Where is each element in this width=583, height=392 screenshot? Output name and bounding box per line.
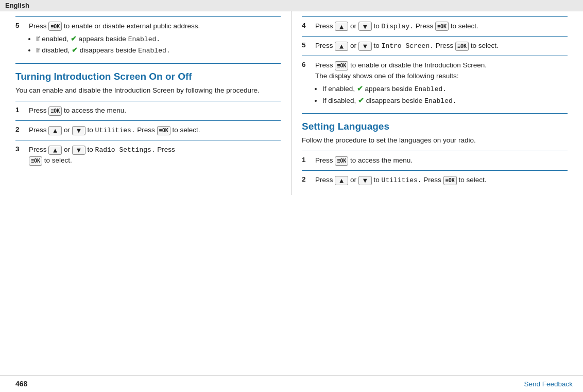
kbd-down-icon: ▼ bbox=[358, 42, 372, 51]
kbd-ok-icon: ≡OK bbox=[157, 126, 170, 135]
step-5-top: 5 Press ≡OK to enable or disable externa… bbox=[15, 16, 281, 61]
step-2-left: 2 Press ▲ or ▼ to Utilities. Press ≡OK t… bbox=[15, 120, 281, 140]
section-intro-text: You can enable and disable the Introduct… bbox=[15, 85, 281, 96]
check-icon: ✔ bbox=[71, 35, 77, 43]
step-6-right: 6 Press ≡OK to enable or disable the Int… bbox=[302, 56, 568, 111]
footer: 468 Send Feedback bbox=[0, 375, 583, 392]
step-num-4: 4 bbox=[302, 21, 311, 29]
step-content-1-rb: Press ≡OK to access the menu. bbox=[315, 155, 568, 166]
kbd-ok-icon: ≡OK bbox=[455, 42, 469, 51]
check-icon: ✔ bbox=[72, 46, 78, 54]
section-intro-languages: Follow the procedure to set the language… bbox=[302, 135, 568, 146]
section-heading-intro-screen: Turning Introduction Screen On or Off bbox=[15, 71, 281, 82]
step-num-2-rb: 2 bbox=[302, 175, 311, 183]
kbd-up-icon: ▲ bbox=[335, 176, 348, 185]
top-bar: English bbox=[0, 0, 583, 11]
list-item: If enabled, ✔ appears beside Enabled. bbox=[322, 84, 568, 95]
step-num-1-rb: 1 bbox=[302, 155, 311, 164]
list-item: If disabled, ✔ disappears beside Enabled… bbox=[322, 96, 568, 106]
kbd-down-icon: ▼ bbox=[72, 146, 85, 155]
kbd-up-icon: ▲ bbox=[335, 22, 348, 31]
step-content-6: Press ≡OK to enable or disable the Intro… bbox=[315, 60, 568, 107]
kbd-up-icon: ▲ bbox=[335, 42, 348, 51]
section-divider-right bbox=[302, 113, 568, 114]
section-heading-languages: Setting Languages bbox=[302, 121, 568, 132]
list-item: If disabled, ✔ disappears beside Enabled… bbox=[36, 45, 281, 56]
step-2-right-bottom: 2 Press ▲ or ▼ to Utilities. Press ≡OK t… bbox=[302, 170, 568, 190]
kbd-down-icon: ▼ bbox=[358, 176, 372, 185]
step-4-right: 4 Press ▲ or ▼ to Display. Press ≡OK to … bbox=[302, 16, 568, 36]
right-column: 4 Press ▲ or ▼ to Display. Press ≡OK to … bbox=[292, 11, 583, 195]
step-1-left: 1 Press ≡OK to access the menu. bbox=[15, 101, 281, 120]
list-item: If enabled, ✔ appears beside Enabled. bbox=[36, 34, 281, 45]
step-5-right: 5 Press ▲ or ▼ to Intro Screen. Press ≡O… bbox=[302, 36, 568, 56]
page-number: 468 bbox=[15, 380, 27, 388]
step-content-2: Press ▲ or ▼ to Utilities. Press ≡OK to … bbox=[29, 125, 281, 136]
text: to enable or disable external public add… bbox=[64, 22, 200, 30]
kbd-ok-icon: ≡OK bbox=[335, 156, 348, 166]
send-feedback-link[interactable]: Send Feedback bbox=[524, 380, 573, 388]
step-num-1: 1 bbox=[15, 105, 25, 114]
check-icon: ✔ bbox=[358, 97, 364, 104]
step-content-3: Press ▲ or ▼ to Radio Settings. Press ≡O… bbox=[29, 145, 281, 166]
step-content-4: Press ▲ or ▼ to Display. Press ≡OK to se… bbox=[315, 21, 568, 32]
left-column: 5 Press ≡OK to enable or disable externa… bbox=[0, 11, 292, 195]
kbd-ok-icon: ≡OK bbox=[48, 106, 62, 116]
step-num-5-top: 5 bbox=[15, 21, 25, 29]
step-num-3: 3 bbox=[15, 145, 25, 153]
kbd-down-icon: ▼ bbox=[358, 22, 372, 31]
kbd-ok-icon: ≡OK bbox=[48, 22, 62, 31]
kbd-ok-icon: ≡OK bbox=[29, 156, 42, 166]
bullet-list: If enabled, ✔ appears beside Enabled. If… bbox=[322, 84, 568, 106]
text: Press bbox=[29, 22, 48, 30]
check-icon: ✔ bbox=[357, 85, 363, 93]
step-3-left: 3 Press ▲ or ▼ to Radio Settings. Press … bbox=[15, 140, 281, 170]
step-num-6: 6 bbox=[302, 60, 311, 68]
kbd-up-icon: ▲ bbox=[48, 146, 62, 155]
step-content-1: Press ≡OK to access the menu. bbox=[29, 105, 281, 116]
kbd-up-icon: ▲ bbox=[48, 126, 62, 135]
kbd-ok-icon: ≡OK bbox=[335, 61, 348, 70]
step-1-right-bottom: 1 Press ≡OK to access the menu. bbox=[302, 151, 568, 170]
step-content-5-top: Press ≡OK to enable or disable external … bbox=[29, 21, 281, 57]
bullet-list: If enabled, ✔ appears beside Enabled. If… bbox=[36, 34, 281, 56]
step-num-5-right: 5 bbox=[302, 41, 311, 49]
kbd-ok-icon: ≡OK bbox=[443, 176, 457, 185]
kbd-ok-icon: ≡OK bbox=[435, 22, 449, 31]
step-num-2: 2 bbox=[15, 125, 25, 133]
step-content-5-right: Press ▲ or ▼ to Intro Screen. Press ≡OK … bbox=[315, 41, 568, 51]
language-label: English bbox=[5, 2, 29, 9]
kbd-down-icon: ▼ bbox=[72, 126, 85, 135]
section-divider bbox=[15, 63, 281, 64]
step-content-2-rb: Press ▲ or ▼ to Utilities. Press ≡OK to … bbox=[315, 175, 568, 186]
